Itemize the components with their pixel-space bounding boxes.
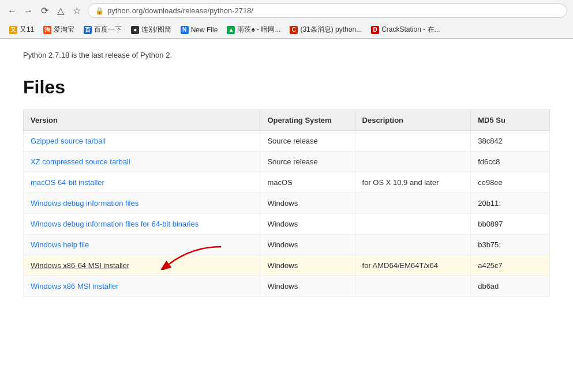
table-row: Windows x86-64 MSI installerWindowsfor A… [24, 255, 550, 276]
version-link[interactable]: Windows x86 MSI installer [31, 282, 118, 291]
bookmark-icon-bk2: 淘 [43, 26, 51, 34]
cell-md5: b3b75: [471, 235, 550, 255]
back-icon[interactable]: ← [6, 5, 18, 17]
cell-description: for OS X 10.9 and later [355, 172, 471, 193]
bookmark-bk4[interactable]: ●连别/图筒 [128, 24, 174, 36]
bookmark-icon-bk5: N [181, 26, 189, 34]
bookmark-icon-bk6: ▲ [227, 26, 235, 34]
cell-os: macOS [260, 172, 355, 193]
cell-description [355, 152, 471, 172]
bookmark-label-bk4: 连别/图筒 [141, 25, 171, 35]
cell-description [355, 214, 471, 235]
table-row: Windows debug information filesWindows20… [24, 193, 550, 214]
bookmark-icon-bk8: D [371, 26, 379, 34]
files-table: Version Operating System Description MD5… [23, 110, 550, 297]
files-heading: Files [23, 77, 550, 98]
col-header-version: Version [24, 110, 260, 131]
cell-md5: db6ad [471, 276, 550, 297]
cell-version: Windows x86 MSI installer [24, 276, 260, 297]
cell-description: for AMD64/EM64T/x64 [355, 255, 471, 276]
bookmark-label-bk5: New File [191, 26, 218, 34]
cell-description [355, 276, 471, 297]
cell-version: XZ compressed source tarball [24, 152, 260, 172]
bookmark-label-bk6: 雨茨♠ - 暗网... [237, 25, 280, 35]
version-link[interactable]: Windows debug information files [31, 199, 138, 208]
bookmark-bk7[interactable]: C(31条消息) python... [286, 24, 365, 36]
table-row: XZ compressed source tarballSource relea… [24, 152, 550, 172]
table-header-row: Version Operating System Description MD5… [24, 110, 550, 131]
cell-description [355, 193, 471, 214]
cell-md5: fd6cc8 [471, 152, 550, 172]
table-row: Gzipped source tarballSource release38c8… [24, 131, 550, 152]
version-link[interactable]: Windows help file [31, 240, 89, 249]
bookmark-label-bk8: CrackStation - 在... [381, 25, 440, 35]
bookmark-label-bk7: (31条消息) python... [300, 25, 362, 35]
bookmark-bk6[interactable]: ▲雨茨♠ - 暗网... [223, 24, 284, 36]
nav-icons: ← → ⟳ △ ☆ [6, 5, 83, 17]
cell-os: Source release [260, 152, 355, 172]
bookmark-icon-bk4: ● [131, 26, 139, 34]
bookmark-label-bk1: 又11 [20, 25, 34, 35]
address-text: python.org/downloads/release/python-2718… [107, 6, 253, 15]
bookmark-icon-bk3: 百 [84, 26, 92, 34]
cell-version: Windows debug information files for 64-b… [24, 214, 260, 235]
bookmark-bk2[interactable]: 淘爱淘宝 [40, 24, 78, 36]
col-header-md5: MD5 Su [471, 110, 550, 131]
col-header-desc: Description [355, 110, 471, 131]
lock-icon: 🔒 [95, 7, 104, 15]
arrow-wrapper: Windows x86-64 MSI installer [31, 261, 253, 270]
cell-os: Windows [260, 235, 355, 255]
bookmark-label-bk2: 爱淘宝 [54, 25, 74, 35]
page-content: Python 2.7.18 is the last release of Pyt… [0, 39, 573, 308]
bookmark-icon-bk7: C [290, 26, 298, 34]
bookmark-label-bk3: 百度一下 [94, 25, 122, 35]
browser-chrome: ← → ⟳ △ ☆ 🔒 python.org/downloads/release… [0, 0, 573, 39]
cell-md5: a425c7 [471, 255, 550, 276]
bookmark-bk1[interactable]: 又又11 [6, 24, 38, 36]
bookmark-icon-bk1: 又 [9, 26, 17, 34]
cell-os: Windows [260, 255, 355, 276]
cell-md5: ce98ee [471, 172, 550, 193]
highlighted-version-text: Windows x86-64 MSI installer [31, 261, 129, 270]
cell-md5: bb0897 [471, 214, 550, 235]
cell-md5: 20b11: [471, 193, 550, 214]
cell-os: Source release [260, 131, 355, 152]
intro-text: Python 2.7.18 is the last release of Pyt… [23, 51, 550, 59]
cell-md5: 38c842 [471, 131, 550, 152]
table-row: Windows help fileWindowsb3b75: [24, 235, 550, 255]
forward-icon[interactable]: → [22, 5, 35, 17]
cell-version: macOS 64-bit installer [24, 172, 260, 193]
home-icon[interactable]: △ [54, 5, 67, 17]
cell-version: Windows debug information files [24, 193, 260, 214]
nav-bar: ← → ⟳ △ ☆ 🔒 python.org/downloads/release… [0, 0, 573, 21]
cell-os: Windows [260, 214, 355, 235]
table-row: Windows x86 MSI installerWindowsdb6ad [24, 276, 550, 297]
table-row: macOS 64-bit installermacOSfor OS X 10.9… [24, 172, 550, 193]
refresh-icon[interactable]: ⟳ [38, 5, 51, 17]
table-row: Windows debug information files for 64-b… [24, 214, 550, 235]
version-link[interactable]: macOS 64-bit installer [31, 178, 104, 187]
cell-description [355, 235, 471, 255]
cell-version: Gzipped source tarball [24, 131, 260, 152]
cell-os: Windows [260, 193, 355, 214]
col-header-os: Operating System [260, 110, 355, 131]
bookmark-icon[interactable]: ☆ [70, 5, 83, 17]
bookmark-bk5[interactable]: NNew File [177, 25, 222, 35]
version-link[interactable]: Gzipped source tarball [31, 137, 106, 145]
bookmark-bk8[interactable]: DCrackStation - 在... [368, 24, 443, 36]
cell-description [355, 131, 471, 152]
version-link[interactable]: Windows debug information files for 64-b… [31, 220, 199, 228]
bookmarks-bar: 又又11淘爱淘宝百百度一下●连别/图筒NNew File▲雨茨♠ - 暗网...… [0, 21, 573, 39]
cell-os: Windows [260, 276, 355, 297]
address-bar[interactable]: 🔒 python.org/downloads/release/python-27… [88, 3, 567, 18]
bookmark-bk3[interactable]: 百百度一下 [80, 24, 125, 36]
cell-version: Windows help file [24, 235, 260, 255]
version-link[interactable]: XZ compressed source tarball [31, 157, 130, 166]
cell-version: Windows x86-64 MSI installer [24, 255, 260, 276]
